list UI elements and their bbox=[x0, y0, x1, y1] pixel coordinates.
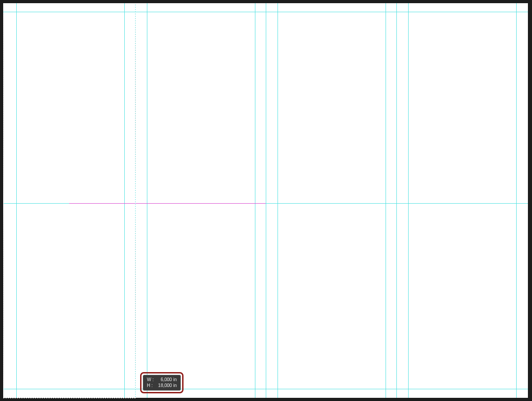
selection-marquee[interactable] bbox=[3, 3, 136, 398]
measurement-tooltip-highlight: W : 6,000 in H : 18,000 in bbox=[140, 372, 184, 393]
measurement-tooltip: W : 6,000 in H : 18,000 in bbox=[143, 375, 181, 391]
pasteboard: W : 6,000 in H : 18,000 in bbox=[0, 0, 532, 401]
tooltip-width-value: 6,000 in bbox=[158, 377, 177, 382]
guide-vertical[interactable] bbox=[147, 3, 147, 398]
tooltip-height-label: H : bbox=[147, 382, 155, 388]
guide-vertical[interactable] bbox=[408, 3, 409, 398]
guide-vertical[interactable] bbox=[516, 3, 517, 398]
tooltip-height-value: 18,000 in bbox=[158, 382, 177, 388]
tooltip-width-label: W : bbox=[147, 377, 155, 382]
guide-vertical[interactable] bbox=[255, 3, 255, 398]
guide-vertical[interactable] bbox=[266, 3, 266, 398]
guide-vertical[interactable] bbox=[386, 3, 386, 398]
guide-vertical[interactable] bbox=[396, 3, 397, 398]
guide-vertical[interactable] bbox=[278, 3, 278, 398]
document-page[interactable] bbox=[3, 3, 528, 398]
